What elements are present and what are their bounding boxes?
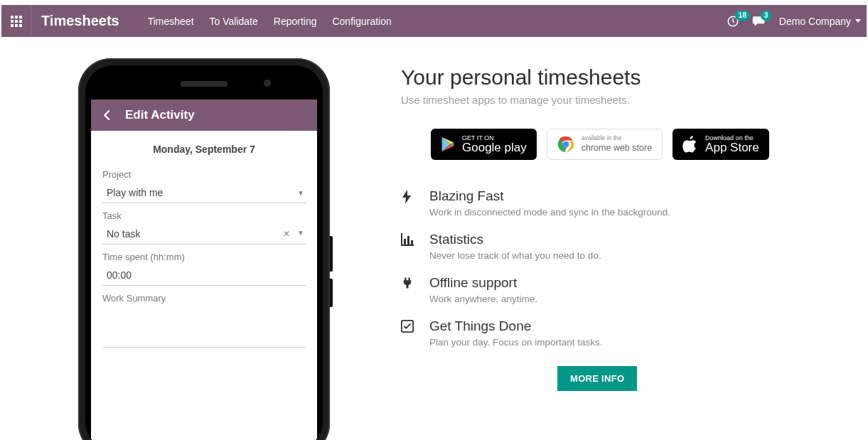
feature-offline: Offline support Work anywhere, anytime. xyxy=(401,275,840,304)
svg-rect-3 xyxy=(11,20,14,23)
more-info-button[interactable]: MORE INFO xyxy=(557,366,637,391)
project-label: Project xyxy=(102,169,306,180)
bar-chart-icon xyxy=(401,233,414,246)
plug-icon xyxy=(401,277,414,289)
nav-links: Timesheet To Validate Reporting Configur… xyxy=(148,16,392,27)
time-spent-label: Time spent (hh:mm) xyxy=(102,252,306,262)
promo-subtitle: Use timesheet apps to manage your timesh… xyxy=(401,94,840,106)
svg-point-13 xyxy=(563,142,568,147)
screen-header: Edit Activity xyxy=(91,100,317,131)
svg-rect-15 xyxy=(401,245,414,246)
phone-mockup: Edit Activity Monday, September 7 Projec… xyxy=(78,58,330,440)
time-spent-input[interactable]: 00:00 xyxy=(102,267,306,286)
apple-icon xyxy=(682,136,698,153)
activities-button[interactable]: 18 xyxy=(727,15,739,28)
google-play-badge[interactable]: GET IT ON Google play xyxy=(431,129,537,160)
phone-camera-icon xyxy=(264,80,271,87)
feature-desc: Never lose track of what you need to do. xyxy=(429,250,601,261)
apps-menu-button[interactable] xyxy=(1,5,31,37)
nav-link-timesheet[interactable]: Timesheet xyxy=(148,16,194,27)
feature-gtd: Get Things Done Plan your day. Focus on … xyxy=(401,318,840,348)
chrome-icon xyxy=(557,136,574,153)
google-big: Google play xyxy=(462,141,527,154)
task-label: Task xyxy=(102,210,306,221)
app-brand[interactable]: Timesheets xyxy=(31,13,148,29)
screen-title: Edit Activity xyxy=(125,108,195,122)
check-square-icon xyxy=(401,320,414,333)
feature-blazing-fast: Blazing Fast Work in disconnected mode a… xyxy=(401,188,840,218)
work-summary-input[interactable] xyxy=(102,319,306,348)
feature-desc: Work anywhere, anytime. xyxy=(429,294,537,304)
svg-rect-18 xyxy=(411,240,413,245)
feature-title: Get Things Done xyxy=(429,318,603,334)
apps-grid-icon xyxy=(11,16,22,27)
svg-rect-8 xyxy=(19,24,22,27)
chrome-big: chrome web store xyxy=(582,141,652,154)
dropdown-icon: ▼ xyxy=(297,229,304,239)
screen-date: Monday, September 7 xyxy=(102,138,306,165)
phone-screen: Edit Activity Monday, September 7 Projec… xyxy=(91,100,317,440)
messages-button[interactable]: 3 xyxy=(752,15,766,28)
work-summary-label: Work Summary xyxy=(102,293,306,304)
svg-rect-17 xyxy=(407,236,409,245)
main-navbar: Timesheets Timesheet To Validate Reporti… xyxy=(1,5,867,37)
task-select[interactable]: No task ✕ ▼ xyxy=(102,225,306,245)
chevron-down-icon xyxy=(855,19,861,23)
svg-rect-1 xyxy=(15,16,18,18)
feature-title: Statistics xyxy=(429,232,601,247)
svg-rect-2 xyxy=(19,16,22,18)
feature-title: Blazing Fast xyxy=(429,188,670,204)
back-arrow-icon[interactable] xyxy=(101,109,114,122)
project-value: Play with me xyxy=(107,187,163,198)
company-name: Demo Company xyxy=(779,16,851,27)
svg-rect-4 xyxy=(15,20,18,23)
bolt-icon xyxy=(401,190,412,204)
phone-speaker xyxy=(181,81,227,87)
promo-title: Your personal timesheets xyxy=(401,65,840,90)
chrome-small: available in the xyxy=(582,134,652,141)
project-select[interactable]: Play with me ▼ xyxy=(102,184,306,203)
svg-rect-14 xyxy=(401,233,402,246)
clear-icon[interactable]: ✕ xyxy=(283,229,290,239)
nav-link-configuration[interactable]: Configuration xyxy=(332,16,391,27)
svg-rect-6 xyxy=(11,24,14,27)
svg-rect-16 xyxy=(404,239,406,245)
app-store-badge[interactable]: Download on the App Store xyxy=(673,129,769,160)
dropdown-icon: ▼ xyxy=(297,189,304,197)
time-spent-value: 00:00 xyxy=(107,269,132,281)
google-play-icon xyxy=(441,136,455,152)
nav-right: 18 3 Demo Company xyxy=(727,15,861,28)
task-value: No task xyxy=(107,228,140,240)
feature-title: Offline support xyxy=(429,275,537,291)
chrome-store-badge[interactable]: available in the chrome web store xyxy=(547,129,663,160)
nav-link-to-validate[interactable]: To Validate xyxy=(210,16,258,27)
messages-badge: 3 xyxy=(761,11,772,21)
feature-statistics: Statistics Never lose track of what you … xyxy=(401,232,840,261)
svg-rect-5 xyxy=(19,20,22,23)
activities-badge: 18 xyxy=(735,11,750,21)
feature-desc: Plan your day. Focus on important tasks. xyxy=(429,337,603,348)
promo-panel: Your personal timesheets Use timesheet a… xyxy=(401,58,840,440)
nav-link-reporting[interactable]: Reporting xyxy=(274,16,317,27)
svg-rect-7 xyxy=(15,24,18,27)
store-badges: GET IT ON Google play available in the c… xyxy=(431,129,840,160)
svg-rect-0 xyxy=(11,16,14,18)
apple-big: App Store xyxy=(705,141,759,154)
company-switcher[interactable]: Demo Company xyxy=(779,16,861,27)
feature-desc: Work in disconnected mode and sync in th… xyxy=(429,207,670,218)
